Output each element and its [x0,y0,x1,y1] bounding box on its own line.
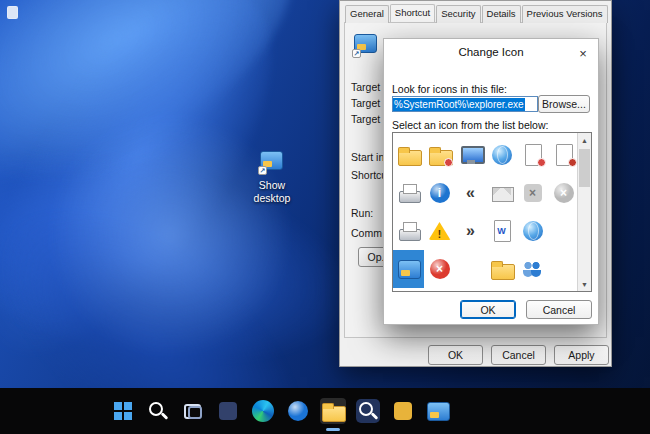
field-label-target: Target [351,113,380,125]
task-view-button[interactable] [180,398,206,424]
empty-cell [552,219,576,243]
change-icon-dialog: Change Icon × Look for icons in this fil… [383,38,599,325]
explorer-window-icon [397,257,421,281]
desktop-screen: ↗ Show desktop General Shortcut Security… [0,0,650,434]
tab-details[interactable]: Details [482,5,521,23]
warning-icon: ! [428,219,452,243]
shortcut-properties-icon: ↗ [353,31,379,57]
properties-ok-button[interactable]: OK [428,345,483,365]
printer-document-icon [397,219,421,243]
icon-cell-document-error-icon[interactable] [517,136,548,174]
error-x-icon: × [428,257,452,281]
search-app-button [356,399,380,423]
icon-cell-explorer-window-icon[interactable] [393,250,424,288]
icon-cell-globe-computer-icon[interactable] [486,136,517,174]
tab-security[interactable]: Security [436,5,480,23]
folder-app-button[interactable] [390,398,416,424]
taskbar-icons [110,388,451,434]
icon-cell-printer-icon[interactable] [393,174,424,212]
start-button[interactable] [110,398,136,424]
envelope-icon [490,181,514,205]
search-app-button[interactable] [355,398,381,424]
start-button [111,399,135,423]
scrollbar[interactable]: ▲ ▼ [577,133,591,291]
search-button[interactable] [145,398,171,424]
folder-open-icon [397,143,421,167]
info-icon: i [428,181,452,205]
icon-cell-document-blocked-icon[interactable] [548,136,579,174]
widgets-button [216,399,240,423]
browser-blue-button[interactable] [285,398,311,424]
change-icon-ok-button[interactable]: OK [460,300,516,319]
word-document-icon: W [490,219,514,243]
users-icon [521,257,545,281]
browser-blue-button [286,399,310,423]
globe-page-icon [521,219,545,243]
icon-cell-chevrons-right-icon: » [455,212,486,250]
field-label-comment: Comm [351,227,382,239]
package-close-icon: × [521,181,545,205]
close-icon[interactable]: × [574,44,592,62]
folder-error-icon [428,143,452,167]
empty-cell [552,257,576,281]
widgets-button[interactable] [215,398,241,424]
scrollbar-thumb[interactable] [579,149,590,187]
chevrons-right-icon: » [459,219,483,243]
empty-cell [459,257,483,281]
selected-path-text: %SystemRoot%\explorer.exe [393,98,525,111]
explorer-shortcut-icon: ↗ [259,148,285,174]
explorer-window-button[interactable] [425,398,451,424]
icon-cell-word-document-icon[interactable]: W [486,212,517,250]
scroll-down-icon[interactable]: ▼ [578,277,591,291]
icon-grid: i«××!»W× [393,133,579,288]
icon-cell-warning-icon[interactable]: ! [424,212,455,250]
shortcut-label: Show desktop [242,179,302,204]
file-explorer-button[interactable] [320,398,346,424]
properties-apply-button[interactable]: Apply [554,345,609,365]
field-label-run: Run: [351,207,373,219]
icon-cell-empty-cell [455,250,486,288]
icon-cell-folder-icon[interactable] [486,250,517,288]
icon-cell-printer-document-icon[interactable] [393,212,424,250]
icon-cell-envelope-icon[interactable] [486,174,517,212]
properties-cancel-button[interactable]: Cancel [491,345,546,365]
icon-cell-globe-page-icon[interactable] [517,212,548,250]
icon-cell-computer-monitor-icon[interactable] [455,136,486,174]
icon-cell-package-close-icon[interactable]: × [517,174,548,212]
look-for-icons-label: Look for icons in this file: [392,83,507,95]
shortcut-arrow-icon: ↗ [258,166,267,175]
file-path-input[interactable]: %SystemRoot%\explorer.exe [392,96,538,112]
chevrons-left-icon: « [459,181,483,205]
properties-tab-strip: General Shortcut Security Details Previo… [345,5,608,23]
scroll-up-icon[interactable]: ▲ [578,133,591,147]
edge-browser-button[interactable] [250,398,276,424]
show-desktop-shortcut[interactable]: ↗ Show desktop [232,148,312,204]
browse-button[interactable]: Browse... [538,95,590,113]
globe-computer-icon [490,143,514,167]
shortcut-arrow-icon: ↗ [352,49,361,58]
icon-cell-gray-x-circle-icon[interactable]: × [548,174,579,212]
icon-cell-empty-cell [548,250,579,288]
icon-cell-empty-cell [548,212,579,250]
search-button [146,399,170,423]
edge-browser-button [251,399,275,423]
tab-general[interactable]: General [345,5,389,23]
document-blocked-icon [552,143,576,167]
field-label-target-type: Target [351,81,380,93]
icon-cell-folder-error-icon[interactable] [424,136,455,174]
field-label-start-in: Start in [351,151,384,163]
icon-cell-folder-open-icon[interactable] [393,136,424,174]
change-icon-cancel-button[interactable]: Cancel [526,300,592,319]
document-error-icon [521,143,545,167]
icon-cell-users-icon[interactable] [517,250,548,288]
explorer-window-button [426,399,450,423]
partial-desktop-icon[interactable] [7,6,18,19]
icon-list-box: i«××!»W× ▲ ▼ [392,132,592,292]
folder-app-button [391,399,415,423]
icon-cell-error-x-icon[interactable]: × [424,250,455,288]
dialog-title: Change Icon [384,39,598,65]
tab-shortcut[interactable]: Shortcut [390,4,435,22]
computer-monitor-icon [459,143,483,167]
tab-previous-versions[interactable]: Previous Versions [522,5,608,23]
icon-cell-info-icon[interactable]: i [424,174,455,212]
